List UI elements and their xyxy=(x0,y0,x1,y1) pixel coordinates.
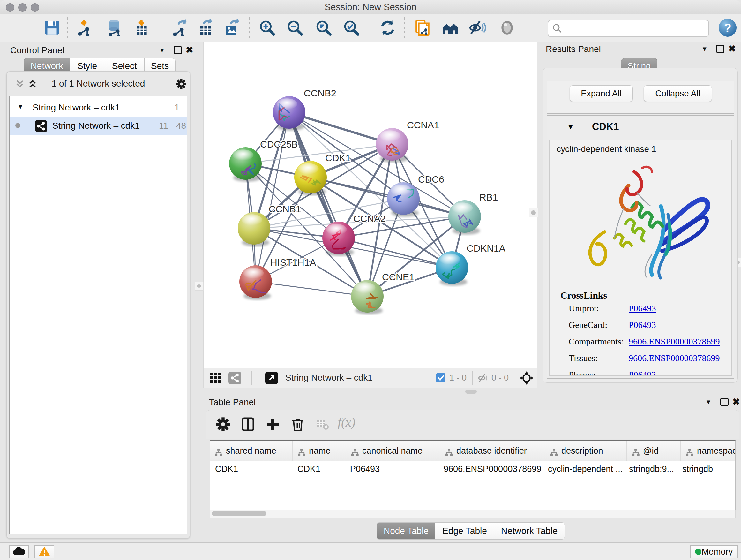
crosslink-row: Tissues:9606.ENSP00000378699 xyxy=(549,353,731,370)
crosslink-link[interactable]: 9606.ENSP00000378699 xyxy=(629,336,720,347)
export-network-button[interactable] xyxy=(171,18,189,37)
detach-view-button[interactable] xyxy=(265,372,278,384)
column-header-description[interactable]: description xyxy=(545,441,627,461)
column-header--id[interactable]: @id xyxy=(627,441,681,461)
table-horizontal-scrollbar[interactable] xyxy=(210,509,736,518)
network-node-CDC25B[interactable] xyxy=(229,147,262,182)
network-node-CCNE1[interactable] xyxy=(351,280,384,314)
zoom-in-button[interactable] xyxy=(258,18,276,37)
scrollbar-thumb[interactable] xyxy=(212,511,266,516)
import-network-file-button[interactable] xyxy=(75,18,94,37)
collection-expand-icon[interactable]: ▼ xyxy=(17,103,23,111)
network-edge[interactable] xyxy=(256,112,289,282)
right-splitter-handle[interactable] xyxy=(529,208,538,217)
gene-section-header[interactable]: ▼ CDK1 xyxy=(547,116,734,139)
import-table-button[interactable] xyxy=(132,18,151,37)
results-panel-float-button[interactable] xyxy=(716,45,724,54)
show-columns-button[interactable] xyxy=(239,416,257,433)
selected-nodes-checkbox[interactable] xyxy=(436,373,446,382)
column-header-canonical-name[interactable]: canonical name xyxy=(346,441,441,461)
collapse-all-button[interactable]: Collapse All xyxy=(644,85,712,102)
export-image-button[interactable] xyxy=(223,18,241,37)
network-node-CCNB1[interactable] xyxy=(238,212,270,246)
column-header-namespace[interactable]: namespace xyxy=(681,441,736,461)
birdseye-view-button[interactable] xyxy=(520,371,534,386)
delete-column-button[interactable] xyxy=(289,416,307,433)
table-panel-title: Table Panel xyxy=(209,397,256,408)
table-cell[interactable]: 9606.ENSP00000378699 xyxy=(439,461,543,477)
table-cell[interactable]: P06493 xyxy=(345,461,439,477)
table-cell[interactable]: CDK1 xyxy=(292,461,345,477)
node-label-CDK1: CDK1 xyxy=(325,152,351,163)
warnings-button[interactable] xyxy=(35,545,54,558)
help-button[interactable]: ? xyxy=(719,19,737,37)
network-edge-count: 48 xyxy=(176,121,186,131)
crosslink-link[interactable]: P06493 xyxy=(629,370,656,376)
copy-network-button[interactable] xyxy=(414,18,432,37)
tab-edge-table[interactable]: Edge Table xyxy=(435,522,494,540)
network-node-CCNA1[interactable] xyxy=(376,128,408,163)
table-delete-icon xyxy=(315,417,330,432)
left-splitter-handle[interactable] xyxy=(195,282,204,291)
zoom-out-button[interactable] xyxy=(286,18,304,37)
export-table-button[interactable] xyxy=(196,18,215,37)
crosslink-link[interactable]: P06493 xyxy=(629,303,656,314)
add-column-button[interactable] xyxy=(264,416,281,433)
network-collection-row[interactable]: ▼ String Network – cdk1 1 xyxy=(10,99,187,117)
table-panel-menu-button[interactable]: ▼ xyxy=(705,398,712,406)
delete-table-button-disabled xyxy=(314,416,331,433)
network-options-gear-button[interactable] xyxy=(176,78,187,90)
titlebar: Session: New Session xyxy=(0,0,741,14)
open-session-button[interactable] xyxy=(11,18,30,37)
save-session-button[interactable] xyxy=(43,18,61,37)
hide-selected-button[interactable] xyxy=(468,18,486,37)
import-network-database-button[interactable] xyxy=(105,18,124,37)
control-panel-menu-button[interactable]: ▼ xyxy=(159,47,165,54)
table-cell[interactable]: stringdb xyxy=(677,461,736,477)
crosslink-link[interactable]: 9606.ENSP00000378699 xyxy=(629,353,720,363)
zoom-selected-button[interactable] xyxy=(342,18,360,37)
column-header-name[interactable]: name xyxy=(293,441,346,461)
network-node-CDK1[interactable] xyxy=(294,161,327,195)
tab-network-table[interactable]: Network Table xyxy=(494,522,565,540)
network-edge[interactable] xyxy=(256,282,367,296)
search-input[interactable] xyxy=(565,22,703,35)
network-node-HIST1H1A[interactable] xyxy=(239,265,272,300)
control-panel-close-button[interactable]: ✖ xyxy=(186,45,193,55)
tab-node-table[interactable]: Node Table xyxy=(377,522,435,540)
cloud-status-button[interactable] xyxy=(9,545,29,558)
results-panel-menu-button[interactable]: ▼ xyxy=(701,45,708,53)
first-neighbors-button[interactable] xyxy=(441,18,460,37)
network-row-selected[interactable]: String Network – cdk1 11 48 xyxy=(10,117,187,135)
share-view-button[interactable] xyxy=(228,372,241,384)
crosslink-row: Uniprot:P06493 xyxy=(549,303,731,320)
show-all-button[interactable] xyxy=(498,18,516,37)
table-cell[interactable]: stringdb:9... xyxy=(624,461,677,477)
expand-all-button[interactable]: Expand All xyxy=(569,85,633,102)
column-header-shared-name[interactable]: shared name xyxy=(210,441,293,461)
network-node-CDC6[interactable] xyxy=(387,182,420,217)
node-label-CCNB1: CCNB1 xyxy=(269,204,301,214)
table-panel-close-button[interactable]: ✖ xyxy=(732,396,740,407)
memory-button[interactable]: Memory xyxy=(690,545,738,558)
refresh-view-button[interactable] xyxy=(379,18,397,37)
column-header-database-identifier[interactable]: database identifier xyxy=(441,441,545,461)
table-panel-float-button[interactable] xyxy=(720,398,729,407)
results-panel-close-button[interactable]: ✖ xyxy=(728,44,736,54)
table-options-gear-button[interactable] xyxy=(214,416,232,433)
horizontal-splitter-handle[interactable] xyxy=(465,389,477,394)
table-panel: Table Panel ▼ ✖ f(x) shared namenamecano… xyxy=(203,396,741,542)
table-cell[interactable]: cyclin-dependent ... xyxy=(543,461,624,477)
crosslink-link[interactable]: P06493 xyxy=(629,320,656,330)
control-panel-float-button[interactable] xyxy=(174,46,182,55)
grid-view-button[interactable] xyxy=(209,372,221,385)
network-node-RB1[interactable] xyxy=(448,200,481,235)
network-canvas[interactable]: CCNB2CCNA1CDC25BCDK1CDC6RB1CCNB1CCNA2CDK… xyxy=(203,42,537,368)
table-cell[interactable]: CDK1 xyxy=(210,461,292,477)
gene-collapse-icon[interactable]: ▼ xyxy=(567,123,574,131)
zoom-out-icon xyxy=(286,19,304,37)
network-node-CCNA2[interactable] xyxy=(322,222,355,256)
zoom-fit-button[interactable] xyxy=(314,18,333,37)
network-node-CDKN1A[interactable] xyxy=(435,251,468,286)
table-row[interactable]: CDK1CDK1P064939606.ENSP00000378699cyclin… xyxy=(210,461,736,477)
